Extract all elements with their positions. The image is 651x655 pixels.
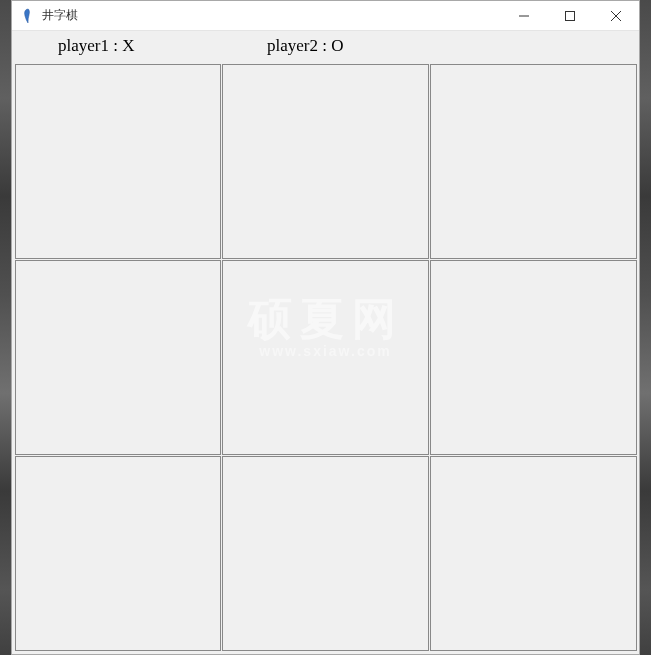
app-icon [20,8,36,24]
cell-2-0[interactable] [15,456,222,651]
titlebar: 井字棋 [12,1,639,31]
window-title: 井字棋 [42,7,501,24]
background-edge-right [640,0,651,655]
maximize-button[interactable] [547,1,593,30]
cell-2-1[interactable] [222,456,429,651]
app-window: 井字棋 player1 : X player2 : O [11,0,640,655]
player-labels-row: player1 : X player2 : O [12,31,639,61]
player2-label: player2 : O [267,36,343,55]
player1-label: player1 : X [58,36,134,55]
player1-wrap: player1 : X [12,36,221,56]
game-board [12,61,639,654]
cell-1-2[interactable] [430,260,637,455]
player2-wrap: player2 : O [221,36,430,56]
background-edge-left [0,0,11,655]
cell-2-2[interactable] [430,456,637,651]
cell-1-0[interactable] [15,260,222,455]
cell-0-2[interactable] [430,64,637,259]
minimize-button[interactable] [501,1,547,30]
svg-rect-1 [566,11,575,20]
cell-0-0[interactable] [15,64,222,259]
svg-line-2 [611,11,621,21]
window-controls [501,1,639,30]
svg-line-3 [611,11,621,21]
cell-1-1[interactable] [222,260,429,455]
cell-0-1[interactable] [222,64,429,259]
close-button[interactable] [593,1,639,30]
